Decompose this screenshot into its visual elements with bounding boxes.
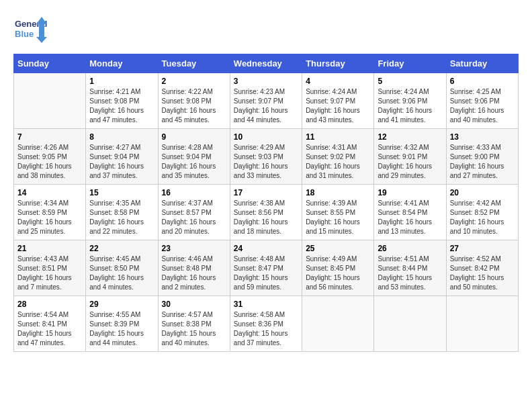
day-number: 18 <box>306 188 370 197</box>
calendar-cell <box>302 296 374 352</box>
calendar-cell: 7Sunrise: 4:26 AM Sunset: 9:05 PM Daylig… <box>14 129 86 185</box>
day-number: 5 <box>378 77 442 86</box>
day-number: 23 <box>162 244 226 253</box>
calendar-cell: 18Sunrise: 4:39 AM Sunset: 8:55 PM Dayli… <box>302 185 374 240</box>
day-number: 24 <box>234 244 298 253</box>
weekday-header-sunday: Sunday <box>14 54 86 73</box>
day-number: 27 <box>450 244 515 253</box>
calendar-cell: 22Sunrise: 4:45 AM Sunset: 8:50 PM Dayli… <box>86 240 158 296</box>
day-number: 20 <box>450 188 515 197</box>
calendar-cell <box>446 296 518 352</box>
day-info: Sunrise: 4:25 AM Sunset: 9:06 PM Dayligh… <box>450 87 515 125</box>
calendar-cell: 16Sunrise: 4:37 AM Sunset: 8:57 PM Dayli… <box>158 185 230 240</box>
calendar-cell: 24Sunrise: 4:48 AM Sunset: 8:47 PM Dayli… <box>230 240 302 296</box>
day-info: Sunrise: 4:58 AM Sunset: 8:36 PM Dayligh… <box>234 310 298 348</box>
calendar-cell: 21Sunrise: 4:43 AM Sunset: 8:51 PM Dayli… <box>14 240 86 296</box>
weekday-header-wednesday: Wednesday <box>230 54 302 73</box>
day-number: 1 <box>89 77 154 86</box>
calendar-week-row: 14Sunrise: 4:34 AM Sunset: 8:59 PM Dayli… <box>14 185 519 240</box>
calendar-cell: 2Sunrise: 4:22 AM Sunset: 9:08 PM Daylig… <box>158 73 230 129</box>
weekday-header-saturday: Saturday <box>446 54 518 73</box>
day-info: Sunrise: 4:38 AM Sunset: 8:56 PM Dayligh… <box>234 199 298 236</box>
day-info: Sunrise: 4:28 AM Sunset: 9:04 PM Dayligh… <box>162 143 226 181</box>
day-number: 30 <box>162 300 226 309</box>
day-info: Sunrise: 4:55 AM Sunset: 8:39 PM Dayligh… <box>89 310 154 348</box>
calendar-cell: 1Sunrise: 4:21 AM Sunset: 9:08 PM Daylig… <box>86 73 158 129</box>
day-info: Sunrise: 4:24 AM Sunset: 9:07 PM Dayligh… <box>306 87 370 125</box>
day-info: Sunrise: 4:48 AM Sunset: 8:47 PM Dayligh… <box>234 255 298 292</box>
calendar-cell: 13Sunrise: 4:33 AM Sunset: 9:00 PM Dayli… <box>446 129 518 185</box>
day-number: 7 <box>17 132 82 142</box>
calendar-cell: 20Sunrise: 4:42 AM Sunset: 8:52 PM Dayli… <box>446 185 518 240</box>
day-number: 4 <box>306 77 370 86</box>
day-number: 26 <box>378 244 442 253</box>
day-number: 16 <box>162 188 226 197</box>
day-info: Sunrise: 4:51 AM Sunset: 8:44 PM Dayligh… <box>378 255 442 292</box>
calendar-header-row: SundayMondayTuesdayWednesdayThursdayFrid… <box>14 54 519 73</box>
logo-svg: General Blue <box>13 13 47 47</box>
calendar-cell: 6Sunrise: 4:25 AM Sunset: 9:06 PM Daylig… <box>446 73 518 129</box>
calendar-cell: 4Sunrise: 4:24 AM Sunset: 9:07 PM Daylig… <box>302 73 374 129</box>
weekday-header-monday: Monday <box>86 54 158 73</box>
calendar-cell: 11Sunrise: 4:31 AM Sunset: 9:02 PM Dayli… <box>302 129 374 185</box>
day-info: Sunrise: 4:45 AM Sunset: 8:50 PM Dayligh… <box>89 255 154 292</box>
day-info: Sunrise: 4:22 AM Sunset: 9:08 PM Dayligh… <box>162 87 226 125</box>
weekday-header-thursday: Thursday <box>302 54 374 73</box>
calendar-week-row: 21Sunrise: 4:43 AM Sunset: 8:51 PM Dayli… <box>14 240 519 296</box>
calendar-cell: 27Sunrise: 4:52 AM Sunset: 8:42 PM Dayli… <box>446 240 518 296</box>
calendar-cell <box>14 73 86 129</box>
calendar-cell: 8Sunrise: 4:27 AM Sunset: 9:04 PM Daylig… <box>86 129 158 185</box>
day-info: Sunrise: 4:21 AM Sunset: 9:08 PM Dayligh… <box>89 87 154 125</box>
calendar-cell <box>374 296 446 352</box>
day-info: Sunrise: 4:37 AM Sunset: 8:57 PM Dayligh… <box>162 199 226 236</box>
day-number: 8 <box>89 132 154 142</box>
day-number: 22 <box>89 244 154 253</box>
calendar-cell: 3Sunrise: 4:23 AM Sunset: 9:07 PM Daylig… <box>230 73 302 129</box>
day-number: 21 <box>17 244 82 253</box>
weekday-header-friday: Friday <box>374 54 446 73</box>
day-info: Sunrise: 4:39 AM Sunset: 8:55 PM Dayligh… <box>306 199 370 236</box>
calendar-week-row: 28Sunrise: 4:54 AM Sunset: 8:41 PM Dayli… <box>14 296 519 352</box>
day-info: Sunrise: 4:33 AM Sunset: 9:00 PM Dayligh… <box>450 143 515 181</box>
weekday-header-tuesday: Tuesday <box>158 54 230 73</box>
day-number: 9 <box>162 132 226 142</box>
day-info: Sunrise: 4:52 AM Sunset: 8:42 PM Dayligh… <box>450 255 515 292</box>
day-info: Sunrise: 4:43 AM Sunset: 8:51 PM Dayligh… <box>17 255 82 292</box>
calendar-cell: 19Sunrise: 4:41 AM Sunset: 8:54 PM Dayli… <box>374 185 446 240</box>
calendar-cell: 12Sunrise: 4:32 AM Sunset: 9:01 PM Dayli… <box>374 129 446 185</box>
calendar-cell: 14Sunrise: 4:34 AM Sunset: 8:59 PM Dayli… <box>14 185 86 240</box>
day-number: 3 <box>234 77 298 86</box>
calendar-cell: 15Sunrise: 4:35 AM Sunset: 8:58 PM Dayli… <box>86 185 158 240</box>
calendar-cell: 28Sunrise: 4:54 AM Sunset: 8:41 PM Dayli… <box>14 296 86 352</box>
day-number: 12 <box>378 132 442 142</box>
calendar-table: SundayMondayTuesdayWednesdayThursdayFrid… <box>13 54 519 352</box>
day-info: Sunrise: 4:42 AM Sunset: 8:52 PM Dayligh… <box>450 199 515 236</box>
day-info: Sunrise: 4:49 AM Sunset: 8:45 PM Dayligh… <box>306 255 370 292</box>
day-info: Sunrise: 4:32 AM Sunset: 9:01 PM Dayligh… <box>378 143 442 181</box>
day-info: Sunrise: 4:29 AM Sunset: 9:03 PM Dayligh… <box>234 143 298 181</box>
day-number: 25 <box>306 244 370 253</box>
calendar-cell: 29Sunrise: 4:55 AM Sunset: 8:39 PM Dayli… <box>86 296 158 352</box>
day-info: Sunrise: 4:46 AM Sunset: 8:48 PM Dayligh… <box>162 255 226 292</box>
day-number: 31 <box>234 300 298 309</box>
day-number: 10 <box>234 132 298 142</box>
svg-text:Blue: Blue <box>15 29 34 39</box>
day-info: Sunrise: 4:57 AM Sunset: 8:38 PM Dayligh… <box>162 310 226 348</box>
day-number: 15 <box>89 188 154 197</box>
calendar-cell: 10Sunrise: 4:29 AM Sunset: 9:03 PM Dayli… <box>230 129 302 185</box>
day-number: 2 <box>162 77 226 86</box>
day-info: Sunrise: 4:24 AM Sunset: 9:06 PM Dayligh… <box>378 87 442 125</box>
calendar-cell: 31Sunrise: 4:58 AM Sunset: 8:36 PM Dayli… <box>230 296 302 352</box>
calendar-cell: 25Sunrise: 4:49 AM Sunset: 8:45 PM Dayli… <box>302 240 374 296</box>
calendar-cell: 5Sunrise: 4:24 AM Sunset: 9:06 PM Daylig… <box>374 73 446 129</box>
calendar-cell: 9Sunrise: 4:28 AM Sunset: 9:04 PM Daylig… <box>158 129 230 185</box>
day-number: 13 <box>450 132 515 142</box>
day-number: 19 <box>378 188 442 197</box>
day-info: Sunrise: 4:26 AM Sunset: 9:05 PM Dayligh… <box>17 143 82 181</box>
day-info: Sunrise: 4:27 AM Sunset: 9:04 PM Dayligh… <box>89 143 154 181</box>
day-info: Sunrise: 4:41 AM Sunset: 8:54 PM Dayligh… <box>378 199 442 236</box>
day-info: Sunrise: 4:34 AM Sunset: 8:59 PM Dayligh… <box>17 199 82 236</box>
day-number: 14 <box>17 188 82 197</box>
calendar-cell: 26Sunrise: 4:51 AM Sunset: 8:44 PM Dayli… <box>374 240 446 296</box>
day-info: Sunrise: 4:35 AM Sunset: 8:58 PM Dayligh… <box>89 199 154 236</box>
